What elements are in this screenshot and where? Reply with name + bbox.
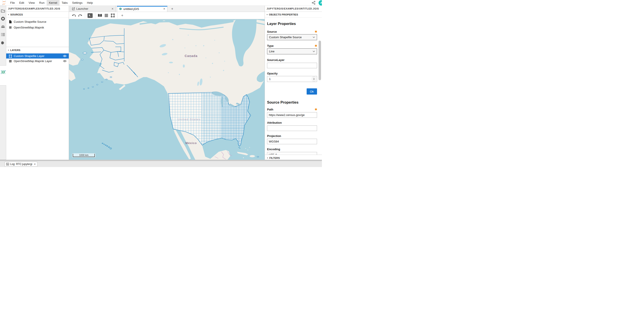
redo-icon[interactable] bbox=[78, 13, 82, 17]
filters-section-label: FILTERS bbox=[270, 157, 280, 159]
menu-file[interactable]: File bbox=[8, 0, 17, 6]
objects-properties-header[interactable]: ▾ OBJECTS PROPERTIES bbox=[265, 12, 322, 18]
left-sidebar-lower bbox=[0, 85, 6, 160]
undo-icon[interactable] bbox=[72, 13, 76, 17]
left-panel: JUPYTERGIS/EXAMPLES/UNTITLED.JGIS ▾ SOUR… bbox=[6, 6, 69, 160]
identify-book-icon[interactable] bbox=[98, 13, 102, 17]
type-field: Type Line bbox=[267, 44, 317, 54]
path-field: Path bbox=[267, 108, 317, 118]
opacity-stepper[interactable] bbox=[312, 76, 316, 81]
type-select-value: Line bbox=[269, 50, 274, 53]
console-icon[interactable]: $_ bbox=[88, 13, 93, 18]
menu-kernel[interactable]: Kernel bbox=[47, 0, 60, 6]
layer-item-osm[interactable]: OpenStreetMap.Mapnik Layer bbox=[6, 58, 69, 64]
ok-button[interactable]: Ok bbox=[307, 88, 317, 94]
map-render: United States bbox=[69, 19, 265, 160]
objects-properties-label: OBJECTS PROPERTIES bbox=[269, 12, 298, 17]
type-label: Type bbox=[267, 44, 274, 47]
menu-edit[interactable]: Edit bbox=[17, 0, 26, 6]
close-icon[interactable]: ✕ bbox=[34, 163, 36, 166]
projection-label: Projection bbox=[267, 134, 281, 138]
sourcelayer-input[interactable] bbox=[267, 63, 317, 68]
right-panel: JUPYTERGIS/EXAMPLES/UNTITLED.JGIS ▾ OBJE… bbox=[265, 6, 322, 161]
encoding-field: Encoding bbox=[267, 147, 317, 155]
caret-down-icon: ▾ bbox=[8, 12, 9, 17]
map-canvas[interactable]: United States bbox=[69, 19, 265, 160]
scale-bar-label: 1000 km bbox=[73, 154, 95, 157]
dock-tab-bar: Launcher ✕ untitled.jGIS ✕ + bbox=[69, 6, 265, 12]
menu-run[interactable]: Run bbox=[37, 0, 47, 6]
sources-section-header[interactable]: ▾ SOURCES bbox=[6, 12, 69, 18]
extensions-icon[interactable] bbox=[1, 40, 5, 45]
share-icon[interactable] bbox=[312, 1, 316, 5]
running-kernels-icon[interactable] bbox=[1, 16, 5, 21]
projection-field: Projection bbox=[267, 134, 317, 144]
source-item-shapefile[interactable]: Custom Shapefile Source bbox=[6, 19, 69, 24]
dock-bottom-edge bbox=[0, 160, 322, 161]
caret-down-icon: ▾ bbox=[266, 12, 268, 17]
vector-polygon-icon bbox=[9, 54, 12, 58]
raster-grid-icon[interactable] bbox=[104, 13, 108, 17]
source-label: Source bbox=[267, 30, 277, 33]
projection-input[interactable] bbox=[267, 139, 317, 144]
add-layer-button[interactable]: + bbox=[120, 13, 124, 17]
type-select[interactable]: Line bbox=[267, 48, 317, 54]
stepper-down-icon[interactable] bbox=[313, 79, 315, 80]
layer-item-shapefile[interactable]: Custom Shapefile Layer bbox=[6, 53, 69, 58]
visibility-eye-icon[interactable] bbox=[63, 60, 66, 62]
toolbar-separator bbox=[95, 12, 95, 18]
map-label-canada: Canada bbox=[184, 54, 198, 58]
path-label: Path bbox=[267, 108, 273, 111]
log-tab-label: Log: RTC:jupytergis/exampl bbox=[10, 163, 32, 166]
source-item-label: Custom Shapefile Source bbox=[14, 20, 46, 23]
properties-form: Layer Properties Source Custom Shapefile… bbox=[265, 17, 322, 155]
sources-section-label: SOURCES bbox=[10, 12, 23, 17]
tab-launcher[interactable]: Launcher ✕ bbox=[70, 6, 116, 12]
source-field: Source Custom Shapefile Source bbox=[267, 30, 317, 40]
visibility-eye-icon[interactable] bbox=[63, 55, 66, 57]
right-panel-title: JUPYTERGIS/EXAMPLES/UNTITLED.JGIS bbox=[265, 6, 322, 12]
jupyter-logo-icon bbox=[2, 0, 6, 5]
file-browser-icon[interactable] bbox=[1, 8, 5, 13]
stepper-up-icon[interactable] bbox=[313, 78, 315, 79]
attribution-field: Attribution bbox=[267, 121, 317, 131]
opacity-field: Opacity 1 bbox=[267, 71, 317, 82]
right-panel-scrollbar[interactable] bbox=[318, 41, 321, 80]
source-select[interactable]: Custom Shapefile Source bbox=[267, 34, 317, 40]
jupyterlab-window: File Edit View Run Kernel Tabs Settings … bbox=[0, 0, 322, 167]
attribution-input[interactable] bbox=[267, 125, 317, 131]
path-input[interactable] bbox=[267, 112, 317, 118]
caret-down-icon: ▾ bbox=[8, 47, 9, 53]
collaborators-icon[interactable] bbox=[1, 24, 5, 29]
layers-section-header[interactable]: ▾ LAYERS bbox=[6, 47, 69, 53]
source-item-osm[interactable]: OpenStreetMap.Mapnik bbox=[6, 24, 69, 30]
layer-properties-heading: Layer Properties bbox=[267, 22, 317, 26]
required-asterisk-icon bbox=[315, 45, 317, 47]
table-of-contents-icon[interactable] bbox=[1, 32, 5, 37]
sources-list: Custom Shapefile Source OpenStreetMap.Ma… bbox=[6, 18, 69, 47]
menu-bar: File Edit View Run Kernel Tabs Settings … bbox=[0, 0, 322, 6]
menu-settings[interactable]: Settings bbox=[70, 0, 85, 6]
chevron-down-icon bbox=[312, 36, 315, 38]
close-icon[interactable]: ✕ bbox=[163, 7, 165, 10]
log-console-tab[interactable]: Log: RTC:jupytergis/exampl ✕ bbox=[5, 162, 37, 167]
vector-polygon-icon[interactable] bbox=[110, 13, 115, 17]
launcher-icon bbox=[72, 7, 75, 10]
sourcelayer-field: SourceLayer bbox=[267, 58, 317, 68]
map-scale-bar: 1000 km bbox=[72, 153, 96, 157]
source-item-label: OpenStreetMap.Mapnik bbox=[14, 26, 44, 29]
menu-tabs[interactable]: Tabs bbox=[60, 0, 70, 6]
menu-view[interactable]: View bbox=[26, 0, 37, 6]
raster-grid-icon bbox=[9, 26, 12, 29]
user-avatar[interactable]: A bbox=[318, 0, 322, 5]
new-tab-button[interactable]: + bbox=[169, 6, 175, 12]
encoding-input[interactable] bbox=[267, 152, 317, 155]
jupytergis-globe-icon[interactable] bbox=[1, 70, 6, 74]
required-asterisk-icon bbox=[315, 108, 317, 110]
menu-help[interactable]: Help bbox=[85, 0, 95, 6]
opacity-input[interactable]: 1 bbox=[267, 76, 317, 82]
tab-untitled-jgis[interactable]: untitled.jGIS ✕ bbox=[117, 6, 167, 12]
caret-down-icon: ▾ bbox=[267, 157, 268, 159]
close-icon[interactable]: ✕ bbox=[112, 7, 114, 10]
file-icon bbox=[9, 20, 12, 23]
